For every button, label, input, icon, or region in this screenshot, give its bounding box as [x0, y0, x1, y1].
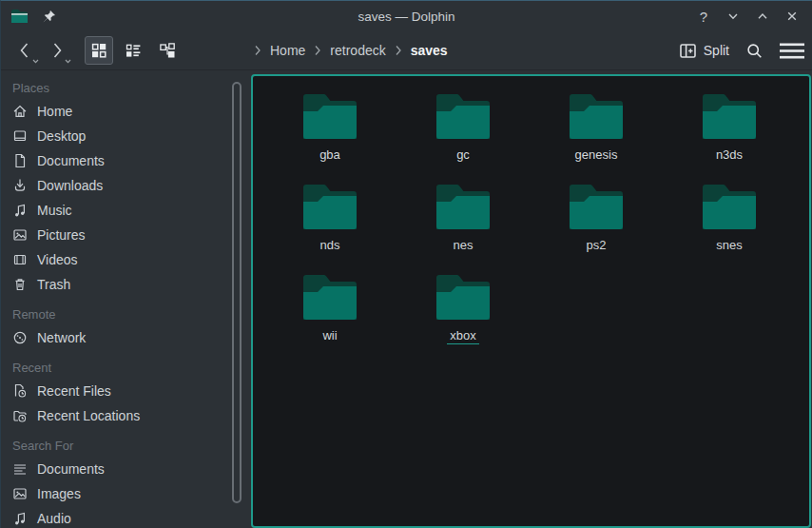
- folder-item-nes[interactable]: nes: [396, 178, 530, 268]
- sidebar-header-places: Places: [12, 76, 246, 99]
- sidebar-header-search-for: Search For: [12, 434, 246, 457]
- home-icon: [12, 104, 28, 119]
- sidebar-item-documents[interactable]: Documents: [12, 457, 246, 481]
- breadcrumb-chevron-icon: [254, 45, 261, 56]
- sidebar-item-recent-locations[interactable]: Recent Locations: [12, 403, 246, 428]
- recent-file-icon: [12, 383, 28, 399]
- split-button[interactable]: Split: [680, 43, 729, 58]
- sidebar-item-recent-files[interactable]: Recent Files: [12, 379, 246, 403]
- breadcrumb-chevron-icon: [314, 45, 321, 56]
- breadcrumb-chevron-icon: [395, 45, 402, 56]
- music-icon: [12, 203, 28, 218]
- image-icon: [12, 486, 28, 501]
- folder-label: ps2: [587, 238, 607, 252]
- folder-label: gba: [319, 147, 340, 162]
- details-view-button[interactable]: [153, 36, 182, 65]
- sidebar-item-trash[interactable]: Trash: [12, 272, 246, 297]
- pin-icon[interactable]: [42, 10, 56, 24]
- folder-item-wii[interactable]: wii: [263, 268, 396, 359]
- forward-button[interactable]: [45, 36, 69, 65]
- places-panel: PlacesHomeDesktopDocumentsDownloadsMusic…: [1, 70, 246, 528]
- sidebar-item-music[interactable]: Music: [12, 198, 246, 223]
- search-icon: [746, 43, 763, 59]
- search-button[interactable]: [746, 43, 763, 59]
- folder-item-ps2[interactable]: ps2: [530, 178, 663, 268]
- chevron-right-icon: [49, 40, 65, 61]
- help-button[interactable]: ?: [693, 6, 714, 27]
- menu-button[interactable]: [780, 43, 804, 59]
- folder-icon: [435, 182, 492, 231]
- desktop-icon: [12, 128, 28, 144]
- chevron-right-icon: [395, 45, 402, 56]
- download-icon: [12, 178, 28, 193]
- icons-view-button[interactable]: [85, 36, 113, 65]
- breadcrumb-item-retrodeck[interactable]: retrodeck: [330, 43, 385, 58]
- text-lines-icon: [12, 461, 28, 477]
- folder-label: genesis: [575, 147, 618, 162]
- content-area: PlacesHomeDesktopDocumentsDownloadsMusic…: [1, 70, 812, 528]
- folder-icon: [301, 91, 358, 141]
- sidebar-item-desktop[interactable]: Desktop: [12, 124, 246, 148]
- folder-view[interactable]: gbagcgenesisn3dsndsnesps2sneswiixbox: [251, 74, 811, 528]
- sidebar-item-documents[interactable]: Documents: [12, 148, 246, 173]
- network-icon: [12, 330, 28, 345]
- folder-icon: [701, 91, 758, 141]
- folder-icon: [435, 272, 492, 322]
- app-folder-icon: [10, 9, 29, 24]
- maximize-button[interactable]: [752, 6, 773, 27]
- folder-grid: gbagcgenesisn3dsndsnesps2sneswiixbox: [253, 76, 809, 359]
- folder-item-n3ds[interactable]: n3ds: [663, 88, 796, 178]
- sidebar-item-audio[interactable]: Audio: [12, 506, 246, 528]
- sidebar-item-pictures[interactable]: Pictures: [12, 223, 246, 247]
- image-icon: [12, 227, 28, 243]
- sidebar-item-images[interactable]: Images: [12, 481, 246, 506]
- sidebar-section-search-for: Search ForDocumentsImagesAudio: [12, 434, 246, 528]
- folder-item-nds[interactable]: nds: [263, 178, 396, 268]
- folder-item-gc[interactable]: gc: [396, 88, 530, 178]
- sidebar-scrollbar[interactable]: [232, 82, 242, 503]
- sidebar-header-remote: Remote: [12, 303, 246, 325]
- split-label: Split: [704, 43, 729, 58]
- window-title: saves — Dolphin: [1, 10, 812, 24]
- sidebar-item-downloads[interactable]: Downloads: [12, 173, 246, 198]
- sidebar-section-recent: RecentRecent FilesRecent Locations: [12, 356, 246, 428]
- sidebar-item-label: Images: [37, 486, 81, 501]
- breadcrumb-item-saves[interactable]: saves: [411, 43, 448, 58]
- breadcrumb: Homeretrodecksaves: [254, 31, 448, 69]
- sidebar-header-recent: Recent: [12, 356, 246, 379]
- sidebar-item-label: Desktop: [37, 128, 86, 144]
- folder-item-xbox[interactable]: xbox: [396, 268, 530, 359]
- folder-label: nes: [454, 238, 474, 252]
- caret-down-icon: [32, 59, 39, 64]
- sidebar-item-label: Music: [37, 203, 72, 218]
- sidebar-item-network[interactable]: Network: [12, 325, 246, 350]
- folder-label: n3ds: [716, 147, 743, 162]
- video-icon: [12, 252, 28, 267]
- sidebar-item-home[interactable]: Home: [12, 99, 246, 124]
- sidebar-item-label: Videos: [37, 252, 78, 267]
- chevron-right-icon: [254, 45, 261, 56]
- document-icon: [12, 153, 28, 168]
- toolbar: Homeretrodecksaves Split: [1, 31, 812, 70]
- trash-icon: [12, 277, 28, 292]
- breadcrumb-item-home[interactable]: Home: [270, 43, 305, 58]
- music-icon: [12, 511, 28, 526]
- compact-view-button[interactable]: [119, 36, 147, 65]
- minimize-button[interactable]: [723, 6, 744, 27]
- sidebar-item-label: Documents: [37, 153, 105, 168]
- icons-view-icon: [91, 43, 106, 58]
- compact-view-icon: [126, 43, 141, 58]
- back-button[interactable]: [12, 36, 37, 65]
- folder-item-snes[interactable]: snes: [663, 178, 796, 268]
- sidebar-item-videos[interactable]: Videos: [12, 247, 246, 272]
- folder-item-gba[interactable]: gba: [263, 88, 396, 178]
- sidebar-item-label: Network: [37, 330, 86, 345]
- caret-down-icon: [65, 59, 71, 64]
- hamburger-icon: [780, 43, 804, 59]
- chevron-right-icon: [314, 45, 321, 56]
- close-button[interactable]: [782, 6, 802, 27]
- recent-folder-icon: [12, 408, 28, 423]
- sidebar-item-label: Downloads: [37, 178, 103, 193]
- sidebar-item-label: Recent Files: [37, 383, 111, 399]
- folder-item-genesis[interactable]: genesis: [530, 88, 663, 178]
